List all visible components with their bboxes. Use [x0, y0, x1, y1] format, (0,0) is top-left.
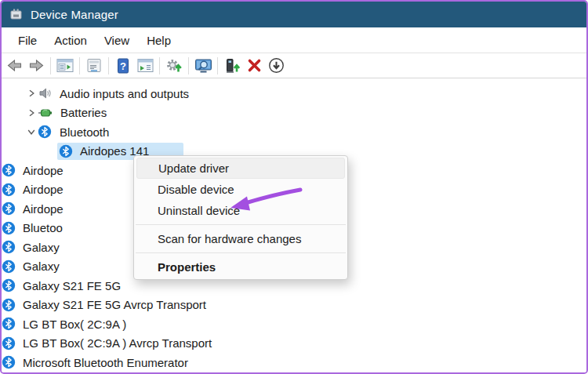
- tree-item-label: Bluetooth: [60, 125, 109, 139]
- title-bar: Device Manager: [2, 2, 586, 27]
- gear-update-icon: [165, 58, 183, 74]
- window-action-icon: [137, 58, 154, 73]
- menu-file[interactable]: File: [9, 27, 45, 53]
- tree-item-label: LG BT Box( 2C:9A ): [23, 318, 126, 331]
- circle-down-icon: [268, 57, 285, 74]
- bluetooth-icon: [2, 355, 16, 369]
- toolbar-separator: [108, 57, 109, 74]
- bluetooth-icon: [2, 183, 16, 197]
- update-driver-software-button[interactable]: [164, 56, 184, 76]
- bluetooth-icon: [2, 317, 16, 331]
- chevron-down-icon[interactable]: [25, 125, 38, 138]
- menu-separator: [136, 252, 346, 253]
- tree-item-label: Galaxy S21 FE 5G Avrcp Transport: [23, 298, 206, 311]
- chevron-right-icon[interactable]: [25, 87, 38, 100]
- chevron-right-icon[interactable]: [25, 107, 38, 119]
- device-manager-window: Device Manager FileActionViewHelp ? Audi…: [0, 0, 588, 374]
- disable-device-button[interactable]: [266, 56, 286, 76]
- toolbar-separator: [159, 57, 160, 74]
- toolbar-separator: [50, 57, 51, 74]
- tree-item-label: Airdope: [23, 164, 64, 177]
- tree-item-label: Bluetoo: [23, 221, 63, 234]
- bluetooth-icon: [2, 163, 16, 177]
- context-menu: Update driverDisable deviceUninstall dev…: [133, 155, 348, 280]
- bluetooth-icon: [2, 260, 16, 274]
- menu-help[interactable]: Help: [138, 27, 180, 53]
- device-manager-icon: [9, 8, 24, 21]
- context-menu-item-uninstall-device[interactable]: Uninstall device: [136, 200, 345, 221]
- bluetooth-icon: [2, 298, 16, 312]
- battery-icon: [38, 106, 53, 120]
- tree-row[interactable]: Audio inputs and outputs: [2, 84, 586, 103]
- tree-item-label: Galaxy S21 FE 5G: [23, 279, 121, 292]
- menu-bar: FileActionViewHelp: [2, 27, 586, 53]
- tree-item-label: Audio inputs and outputs: [60, 87, 189, 100]
- bluetooth-icon: [2, 336, 16, 350]
- toolbar-separator: [79, 57, 80, 74]
- svg-text:?: ?: [120, 60, 126, 71]
- bluetooth-icon: [38, 125, 52, 139]
- tree-row[interactable]: Batteries: [2, 103, 586, 123]
- help-icon: ?: [117, 58, 129, 74]
- bluetooth-icon: [59, 144, 73, 158]
- action-pane-button[interactable]: [135, 56, 155, 76]
- menu-action[interactable]: Action: [45, 27, 96, 53]
- properties-dialog-button[interactable]: [84, 56, 104, 76]
- monitor-search-icon: [194, 58, 212, 74]
- context-menu-item-update-driver[interactable]: Update driver: [136, 158, 345, 179]
- scan-for-hardware-changes-button[interactable]: [193, 56, 213, 76]
- back-button[interactable]: [4, 56, 24, 76]
- window-properties-icon: [86, 58, 102, 73]
- tree-item-label: Airdope: [23, 202, 64, 216]
- tree-row[interactable]: Galaxy S21 FE 5G Avrcp Transport: [2, 296, 586, 315]
- tree-item-label: Batteries: [60, 106, 107, 119]
- tree-row[interactable]: Microsoft Bluetooth Enumerator: [2, 353, 586, 372]
- context-menu-item-disable-device[interactable]: Disable device: [136, 179, 345, 200]
- context-menu-item-scan-for-hardware-changes[interactable]: Scan for hardware changes: [136, 228, 345, 249]
- tree-row[interactable]: LG BT Box( 2C:9A ): [2, 314, 586, 334]
- tree-item-label: Galaxy: [23, 241, 60, 254]
- bluetooth-icon: [2, 221, 16, 235]
- toolbar: ?: [2, 53, 586, 78]
- tree-item-label: LG BT Box( 2C:9A ) Avrcp Transport: [23, 336, 212, 350]
- menu-separator: [136, 224, 346, 225]
- red-x-icon: [247, 58, 262, 73]
- tree-item-label: Galaxy: [23, 260, 60, 273]
- window-title: Device Manager: [31, 8, 118, 21]
- arrow-left-icon: [7, 59, 22, 72]
- speaker-icon: [38, 86, 52, 100]
- tree-row[interactable]: LG BT Box( 2C:9A ) Avrcp Transport: [2, 334, 586, 354]
- tree-row[interactable]: Bluetooth: [2, 122, 586, 142]
- show-console-tree-button[interactable]: [55, 56, 75, 76]
- tree-item-label: Microsoft Bluetooth Enumerator: [23, 356, 188, 369]
- toolbar-separator: [217, 57, 218, 74]
- uninstall-device-button[interactable]: [244, 56, 264, 76]
- help-button[interactable]: ?: [113, 56, 133, 76]
- toolbar-separator: [188, 57, 189, 74]
- bluetooth-icon: [2, 278, 16, 292]
- device-update-icon: [224, 58, 241, 74]
- bluetooth-icon: [2, 202, 16, 216]
- window-tree-icon: [56, 58, 74, 73]
- bluetooth-icon: [2, 240, 16, 254]
- update-driver-button[interactable]: [222, 56, 242, 76]
- context-menu-item-properties[interactable]: Properties: [136, 256, 345, 278]
- menu-view[interactable]: View: [96, 27, 138, 53]
- forward-button[interactable]: [26, 56, 46, 76]
- tree-item-label: Airdope: [23, 183, 64, 196]
- arrow-right-icon: [29, 59, 44, 72]
